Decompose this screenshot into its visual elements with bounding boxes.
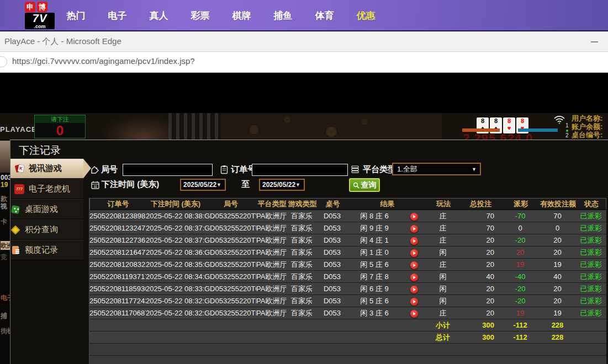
cell-table: D053 [317,259,347,270]
background-fragment: 卡 [1,217,7,227]
account-info-labels: 用户名称:账户余额:桌台编号: [572,114,602,139]
sidebar-item-label: 桌面游戏 [25,204,58,215]
play-icon [413,251,416,255]
cell-valid: 70 [540,210,575,222]
play-icon [413,288,416,291]
table-row: 250522081238981 2025-05-22 08:38:24 GD05… [89,210,606,222]
sidebar-item-label: 额度记录 [25,245,58,255]
cell-platform: PA欧洲厅 [256,210,287,222]
empty-row [89,356,606,364]
logo-badge-left: 申 [25,2,35,12]
replay-button[interactable] [410,213,418,221]
subtotal-bet: 300 [459,319,501,331]
replay-button[interactable] [410,261,418,269]
replay-button[interactable] [410,286,418,293]
nav-item[interactable]: 捕鱼 [262,0,304,31]
page-background [0,73,608,113]
replay-button[interactable] [410,298,418,306]
cell-bet: 40 [459,271,501,282]
cell-platform: PA欧洲厅 [256,271,287,282]
cell-order: 250522081216477 [89,247,146,258]
cell-status: 已派彩 [575,234,606,246]
query-button[interactable]: 查询 [349,178,380,192]
cell-time: 2025-05-22 08:37:23 [146,234,204,246]
sidebar-item[interactable]: 额度记录 [10,240,83,260]
betting-records-panel: 下注记录 视讯游戏 电子老虎机 桌面游戏 积分查询 额度记录 局号 [10,140,608,364]
play-icon [413,300,416,303]
cell-play: 庄 [426,222,459,234]
panel-title: 下注记录 [19,143,61,158]
cell-status: 已派彩 [575,247,606,258]
sidebar-item[interactable]: 桌面游戏 [10,199,83,220]
bet-prompt-value: 0 [35,123,85,138]
minimize-button[interactable] [591,41,598,42]
dealer-avatar [0,141,10,173]
cell-round: GD053255220TM [204,307,256,319]
replay-button[interactable] [410,310,418,318]
round-input[interactable] [123,164,213,176]
platform-select[interactable]: 1.全部 ▼ [392,163,481,175]
url-text: https://gci.7vvvvvv.com/agingame/pcv1/in… [12,56,195,66]
cell-valid: 19 [540,259,575,270]
sidebar-item[interactable]: 电子老虎机 [10,179,83,199]
cell-payout: 0 [501,222,540,234]
sidebar-item-label: 电子老虎机 [29,184,70,194]
play-icon [413,227,416,231]
nav-item[interactable]: 棋牌 [221,0,262,31]
sidebar-item[interactable]: 视讯游戏 [10,158,83,179]
cell-platform: PA欧洲厅 [256,283,287,295]
sidebar-item[interactable]: 积分查询 [10,220,83,240]
cell-bet: 20 [459,307,501,319]
studio-curtain [168,113,218,140]
date-from-select[interactable]: 2025/05/22 ▼ [180,179,226,191]
date-to-select[interactable]: 2025/05/22 ▼ [259,179,305,191]
nav-item[interactable]: 体育 [304,0,345,31]
nav-item[interactable]: 热门 [55,0,97,31]
account-info-label: 账户余额: [572,122,602,131]
address-bar[interactable]: https://gci.7vvvvvv.com/agingame/pcv1/in… [0,52,608,73]
cell-bet: 70 [459,210,501,222]
cell-round: GD053255220TS [204,247,256,258]
cell-valid: 19 [540,307,575,319]
cell-result: 闲 6 庄 9 [347,283,401,295]
cell-result: 闲 5 庄 6 [347,295,401,307]
replay-button[interactable] [410,237,418,245]
background-fragment: 视 [1,202,7,211]
header-result: 结果 [348,199,427,210]
nav-item[interactable]: 彩票 [179,0,221,31]
cell-payout: -20 [501,234,540,246]
cell-play: 闲 [426,295,459,307]
replay-button[interactable] [410,225,418,233]
points-query-icon [11,225,20,234]
cell-round: GD053255220TN [204,295,256,307]
cell-bet: 70 [459,222,501,234]
header-table: 桌号 [318,199,348,210]
replay-button[interactable] [410,274,418,281]
seat-number: 2 [565,132,569,140]
cell-platform: PA欧洲厅 [256,295,287,307]
cell-platform: PA欧洲厅 [256,307,287,319]
play-icon [413,276,416,279]
nav-item[interactable]: 电子 [97,0,138,31]
seat-numbers: 12 [565,122,569,140]
cell-game: 百家乐 [287,307,317,319]
replay-button[interactable] [410,249,418,257]
search-icon [353,182,359,189]
order-input[interactable] [252,164,348,176]
cell-play: 闲 [426,271,459,282]
background-fragment: 捕 [1,312,7,321]
cell-table: D053 [317,295,347,307]
nav-item[interactable]: 优惠 [345,0,387,31]
cell-result: 闲 7 庄 8 [347,271,401,282]
date-to-value: 2025/05/22 [260,181,295,189]
cell-payout: 20 [501,247,540,258]
records-sidebar: 视讯游戏 电子老虎机 桌面游戏 积分查询 额度记录 [10,158,83,260]
nav-item[interactable]: 真人 [138,0,179,31]
site-logo[interactable]: 申 博 7V .com [25,2,55,29]
cell-status: 已派彩 [575,259,606,270]
date-from-value: 2025/05/22 [181,181,216,189]
table-row: 250522081193717 2025-05-22 08:34:23 GD05… [89,271,606,283]
cell-payout: -20 [501,283,540,295]
cell-play: 庄 [426,234,459,246]
chevron-down-icon: ▼ [295,182,304,188]
